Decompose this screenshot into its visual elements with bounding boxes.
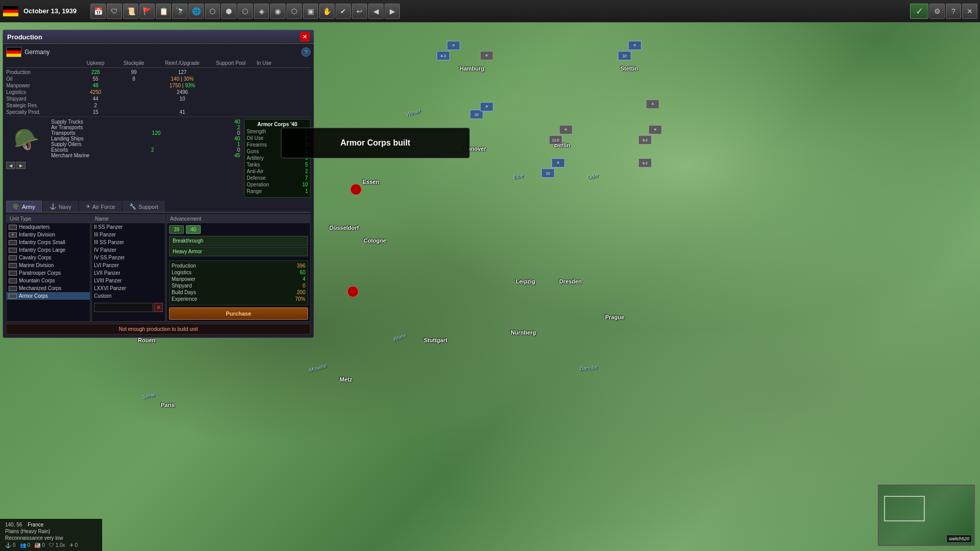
map-unit-1[interactable]: 4-3 — [437, 51, 450, 60]
map-unit-14[interactable]: 10 — [541, 169, 555, 178]
unit-type-armor[interactable]: Armor Corps — [7, 292, 90, 300]
unit-name-iv-ss[interactable]: IV SS Panzer — [92, 254, 165, 261]
topbar-btn-undo[interactable]: ↩ — [352, 4, 367, 19]
prod-val: 70% — [295, 296, 305, 302]
tab-airforce[interactable]: ✈ Air Force — [79, 201, 122, 212]
prod-val: 0 — [302, 283, 305, 289]
minimap-brand: switch520 — [946, 535, 972, 543]
topbar-btn-v[interactable]: ✔ — [336, 4, 351, 19]
val-oil-support — [210, 76, 251, 82]
map-unit-15[interactable]: ✕ — [646, 100, 659, 109]
map-unit-4[interactable]: 10 — [618, 51, 631, 60]
topbar-btn-forward[interactable]: ▶ — [385, 4, 400, 19]
topbar-btn-hex1[interactable]: ⬡ — [205, 4, 220, 19]
unit-type-marine[interactable]: Marine Division — [7, 261, 90, 269]
topbar-btn-hex4[interactable]: ◈ — [254, 4, 269, 19]
topbar-btn-doc[interactable]: 📋 — [156, 4, 171, 19]
unit-type-para[interactable]: Paratrooper Corps — [7, 269, 90, 277]
topbar-right: ✓ ⚙ ? ✕ — [910, 4, 978, 19]
topbar-btn-shield[interactable]: 🛡 — [107, 4, 122, 19]
shield-val: 1.0x — [56, 542, 65, 548]
support-value: 120 — [152, 130, 161, 136]
topbar-btn-binoculars[interactable]: 🔭 — [172, 4, 187, 19]
map-unit-11[interactable]: ✕ — [649, 125, 662, 134]
topbar-btn-flag[interactable]: 🚩 — [139, 4, 155, 19]
map-unit-7[interactable]: ✕ — [480, 102, 493, 111]
map-unit-3[interactable]: ✕ — [480, 51, 493, 60]
map-unit-13[interactable]: ✕ — [552, 158, 565, 167]
topbar-settings[interactable]: ⚙ — [929, 4, 945, 19]
topbar-btn-square[interactable]: ▣ — [303, 4, 318, 19]
adv-year-39[interactable]: 39 — [169, 225, 184, 234]
map-unit-red-2[interactable] — [347, 286, 358, 297]
topbar-btn-calendar[interactable]: 📅 — [90, 4, 106, 19]
unit-name-iv-p[interactable]: IV Panzer — [92, 246, 165, 254]
unit-name-lxxvi[interactable]: LXXVI Panzer — [92, 284, 165, 292]
adv-year-40[interactable]: 40 — [186, 225, 201, 234]
tab-navy[interactable]: ⚓ Navy — [43, 201, 78, 212]
topbar-btn-globe[interactable]: 🌐 — [188, 4, 204, 19]
topbar-btn-hand[interactable]: ✋ — [319, 4, 334, 19]
adv-breakthrough[interactable]: Breakthrough — [169, 236, 308, 246]
topbar-btn-hex3[interactable]: ⬡ — [237, 4, 253, 19]
unit-type-inf-corps-lg-label: Infantry Corps Large — [19, 247, 65, 253]
val-manpower-upkeep: 48 — [78, 83, 113, 88]
map-unit-10[interactable]: 9-2 — [638, 135, 652, 145]
tab-bar: 🪖 Army ⚓ Navy ✈ Air Force 🔧 Support — [6, 201, 310, 212]
topbar-help[interactable]: ? — [946, 4, 961, 19]
val-strategic-support — [210, 103, 251, 108]
prod-detail-builddays: Build Days 200 — [172, 290, 305, 295]
unit-name-lviii[interactable]: LVIII Panzer — [92, 277, 165, 284]
unit-name-lvi[interactable]: LVI Panzer — [92, 261, 165, 269]
label-production: Production — [6, 69, 78, 75]
topbar-btn-hex5[interactable]: ◉ — [270, 4, 285, 19]
unit-type-mech[interactable]: Mechanized Corps — [7, 284, 90, 292]
unit-name-iii-ss[interactable]: III SS Panzer — [92, 238, 165, 246]
notification-popup: Armor Corps built — [281, 128, 470, 158]
tab-support[interactable]: 🔧 Support — [123, 201, 165, 212]
production-window: Production ✕ Germany ? Upkeep Stockpile … — [3, 30, 314, 338]
unit-type-mountain[interactable]: Mountain Corps — [7, 277, 90, 284]
map-unit-2[interactable]: ✕ — [447, 41, 460, 50]
unit-type-inf-div[interactable]: ✕ Infantry Division — [7, 231, 90, 238]
unit-type-hq[interactable]: Headquarters — [7, 223, 90, 231]
support-item-landing: Landing Ships 40 — [51, 136, 240, 141]
map-unit-5[interactable]: ✕ — [628, 41, 641, 50]
topbar-checkmark[interactable]: ✓ — [910, 4, 928, 19]
tab-army[interactable]: 🪖 Army — [6, 201, 42, 212]
support-label: Air Transports — [51, 125, 83, 130]
unit-name-iii-p[interactable]: III Panzer — [92, 231, 165, 238]
country-flag — [6, 47, 21, 57]
map-unit-8[interactable]: 11-5 — [549, 135, 562, 145]
topbar-btn-hex6[interactable]: ⬡ — [286, 4, 302, 19]
nav-prev[interactable]: ◀ — [6, 162, 15, 169]
unit-type-inf-corps-sm[interactable]: Infantry Corps Small — [7, 238, 90, 246]
unit-name-ii-ss[interactable]: II SS Panzer — [92, 223, 165, 231]
advancement-column: Advancement 39 40 Breakthrough Heavy Arm… — [166, 214, 310, 322]
prod-label: Production — [172, 263, 196, 269]
unit-name-custom[interactable]: Custom — [92, 292, 165, 300]
help-button[interactable]: ? — [301, 47, 310, 57]
tab-support-label: Support — [138, 204, 158, 210]
val-specialty-inuse — [251, 109, 277, 115]
map-unit-red-1[interactable] — [350, 184, 362, 195]
topbar-close[interactable]: ✕ — [962, 4, 977, 19]
clear-custom-btn[interactable]: ✕ — [154, 303, 163, 312]
minimap[interactable]: switch520 — [878, 485, 975, 546]
custom-name-input[interactable] — [94, 303, 153, 312]
map-unit-12[interactable]: 9-2 — [638, 158, 652, 167]
adv-heavy-armor[interactable]: Heavy Armor — [169, 247, 308, 256]
val-logistics-inuse — [251, 89, 277, 95]
unit-type-inf-corps-lg[interactable]: Infantry Corps Large — [7, 246, 90, 254]
val-specialty-upkeep: 15 — [78, 109, 113, 115]
topbar-btn-back[interactable]: ◀ — [368, 4, 384, 19]
nav-next[interactable]: ▶ — [16, 162, 26, 169]
val-specialty-support — [210, 109, 251, 115]
topbar-btn-scroll[interactable]: 📜 — [123, 4, 138, 19]
production-close-btn[interactable]: ✕ — [300, 32, 309, 41]
map-unit-9[interactable]: ✕ — [559, 125, 572, 134]
unit-type-cavalry[interactable]: Cavalry Corps — [7, 254, 90, 261]
topbar-btn-hex2[interactable]: ⬢ — [221, 4, 236, 19]
unit-name-lvii[interactable]: LVII Panzer — [92, 269, 165, 277]
purchase-button[interactable]: Purchase — [169, 307, 308, 320]
